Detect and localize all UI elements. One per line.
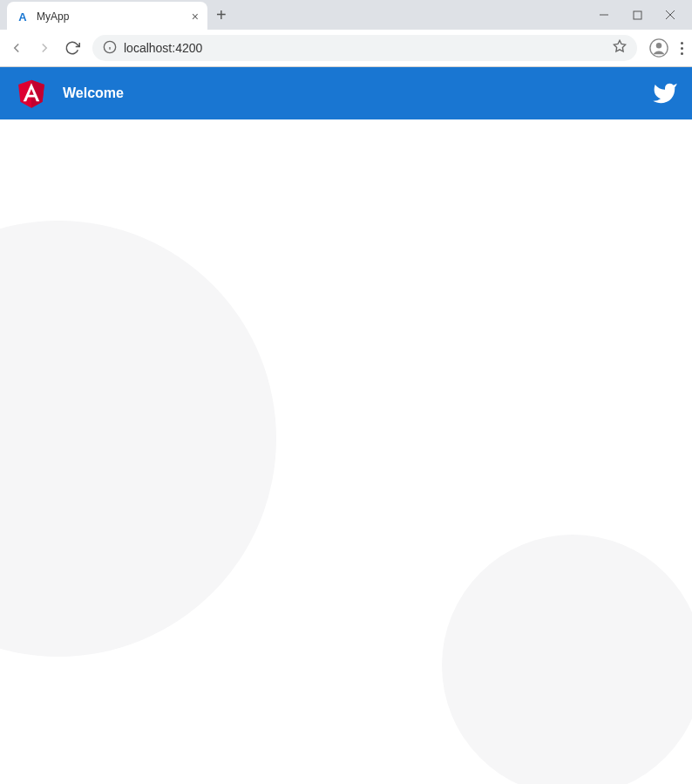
twitter-icon[interactable] bbox=[652, 80, 678, 106]
back-button[interactable] bbox=[9, 40, 24, 56]
svg-rect-1 bbox=[634, 11, 641, 19]
svg-marker-7 bbox=[614, 40, 625, 51]
svg-marker-11 bbox=[31, 80, 44, 108]
toolbar-title: Welcome bbox=[63, 85, 652, 101]
reload-button[interactable] bbox=[64, 40, 80, 56]
menu-icon[interactable] bbox=[681, 42, 683, 55]
svg-point-9 bbox=[656, 43, 661, 48]
bookmark-star-icon[interactable] bbox=[613, 39, 627, 57]
info-icon[interactable] bbox=[103, 40, 117, 57]
browser-tab[interactable]: A MyApp × bbox=[7, 2, 207, 31]
tab-close-icon[interactable]: × bbox=[192, 10, 199, 24]
tab-title: MyApp bbox=[37, 10, 185, 23]
forward-button[interactable] bbox=[37, 40, 52, 56]
tab-favicon-icon: A bbox=[16, 10, 30, 24]
profile-icon[interactable] bbox=[649, 38, 668, 58]
cloud-bg bbox=[0, 221, 276, 657]
maximize-icon[interactable] bbox=[631, 9, 643, 21]
new-tab-button[interactable]: + bbox=[216, 5, 227, 25]
url-text: localhost:4200 bbox=[124, 41, 606, 55]
minimize-icon[interactable] bbox=[598, 9, 610, 21]
url-field[interactable]: localhost:4200 bbox=[92, 35, 637, 61]
app-toolbar: Welcome bbox=[0, 67, 692, 119]
close-icon[interactable] bbox=[664, 9, 676, 21]
angular-logo-icon bbox=[14, 76, 49, 111]
cloud-bg bbox=[442, 535, 692, 784]
